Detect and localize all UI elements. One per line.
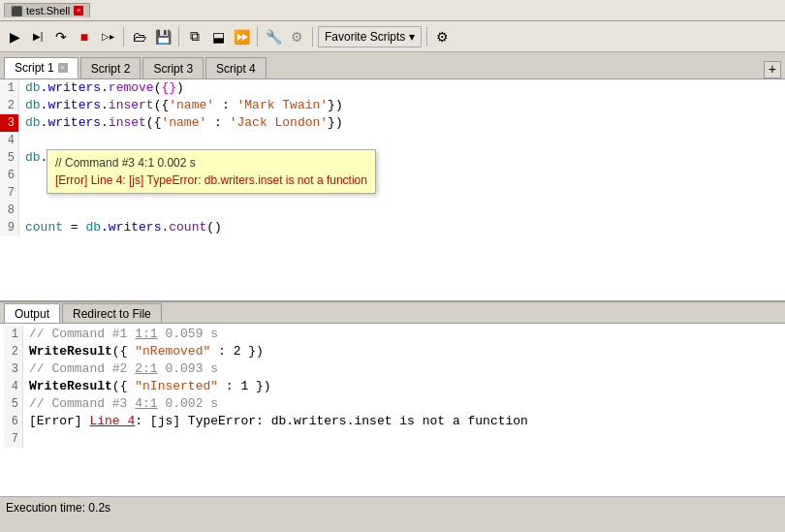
- code-line-1: 1 db.writers.remove({}): [0, 79, 785, 97]
- title-tab[interactable]: ⬛ test.Shell ×: [4, 3, 90, 17]
- toolbar-sep-3: [257, 27, 258, 47]
- script-tab-1-close[interactable]: ×: [58, 63, 68, 73]
- code-line-9: 9 count = db.writers.count(): [0, 219, 785, 236]
- line-num-2: 2: [0, 97, 19, 114]
- script-tab-2-label: Script 2: [91, 62, 131, 76]
- paste-btn[interactable]: ⬓: [207, 26, 229, 47]
- code-content-3: db.writers.inset({'name' : 'Jack London'…: [25, 114, 343, 132]
- output-content: 1 // Command #1 1:1 0.059 s 2 WriteResul…: [0, 324, 785, 496]
- status-text: Execution time: 0.2s: [6, 501, 110, 515]
- out-line-num-2: 2: [4, 343, 23, 360]
- run-btn[interactable]: ▶: [4, 26, 25, 47]
- output-tab-redirect[interactable]: Redirect to File: [62, 303, 162, 323]
- code-line-8: 8: [0, 202, 785, 219]
- title-close-btn[interactable]: ×: [74, 6, 83, 16]
- add-tab-btn[interactable]: +: [764, 61, 781, 78]
- stop-btn[interactable]: ■: [74, 26, 95, 47]
- script-tab-3-label: Script 3: [153, 62, 193, 76]
- script-tab-4-label: Script 4: [216, 62, 256, 76]
- step-btn[interactable]: ↷: [50, 26, 72, 47]
- out-line-num-4: 4: [4, 378, 23, 395]
- toolbar-sep-5: [426, 27, 427, 47]
- title-bar: ⬛ test.Shell ×: [0, 0, 785, 21]
- status-bar: Execution time: 0.2s: [0, 496, 785, 517]
- run-all-btn[interactable]: ⏩: [231, 26, 252, 47]
- out-line-num-5: 5: [4, 395, 23, 413]
- run-script-btn[interactable]: ▷▸: [97, 26, 118, 47]
- script-tab-1-label: Script 1: [15, 61, 54, 75]
- line-num-3: 3: [0, 114, 19, 132]
- title-label: test.Shell: [26, 5, 70, 16]
- out-content-5: // Command #3 4:1 0.002 s: [29, 395, 218, 413]
- code-line-4: 4: [0, 132, 785, 149]
- code-content-1: db.writers.remove({}): [25, 79, 184, 97]
- output-panel: Output Redirect to File 1 // Command #1 …: [0, 302, 785, 496]
- out-line-num-1: 1: [4, 326, 23, 343]
- output-line-7: 7: [4, 430, 781, 448]
- output-tabs: Output Redirect to File: [0, 302, 785, 324]
- out-content-6: [Error] Line 4: [js] TypeError: db.write…: [29, 413, 528, 430]
- favorite-scripts-label: Favorite Scripts ▾: [325, 30, 415, 44]
- output-line-2: 2 WriteResult({ "nRemoved" : 2 }): [4, 343, 781, 360]
- tooltip-error: [Error] Line 4: [js] TypeError: db.write…: [55, 172, 367, 189]
- error-tooltip: // Command #3 4:1 0.002 s [Error] Line 4…: [47, 149, 376, 194]
- line-num-6: 6: [0, 167, 19, 184]
- toolbar-sep-1: [123, 27, 124, 47]
- run-current-btn[interactable]: ▶|: [27, 26, 48, 47]
- title-icon: ⬛: [11, 6, 22, 16]
- code-editor: 1 db.writers.remove({}) 2 db.writers.ins…: [0, 79, 785, 300]
- out-line-num-6: 6: [4, 413, 23, 430]
- out-content-1: // Command #1 1:1 0.059 s: [29, 326, 218, 343]
- open-btn[interactable]: 🗁: [129, 26, 150, 47]
- line-num-5: 5: [0, 149, 19, 167]
- toolbar-sep-2: [178, 27, 179, 47]
- script-tab-2[interactable]: Script 2: [80, 57, 141, 78]
- tooltip-title: // Command #3 4:1 0.002 s: [55, 154, 367, 172]
- output-line-5: 5 // Command #3 4:1 0.002 s: [4, 395, 781, 413]
- script-tab-1[interactable]: Script 1 ×: [4, 57, 78, 78]
- output-tab-output[interactable]: Output: [4, 303, 60, 323]
- line-num-1: 1: [0, 79, 19, 97]
- code-content-2: db.writers.insert({'name' : 'Mark Twain'…: [25, 97, 343, 114]
- debug-btn[interactable]: 🔧: [263, 26, 284, 47]
- line-num-7: 7: [0, 184, 19, 202]
- line-num-8: 8: [0, 202, 19, 219]
- toolbar: ▶ ▶| ↷ ■ ▷▸ 🗁 💾 ⧉ ⬓ ⏩ 🔧 ⚙ Favorite Scrip…: [0, 21, 785, 52]
- debug2-btn[interactable]: ⚙: [286, 26, 307, 47]
- out-line-num-3: 3: [4, 360, 23, 378]
- output-line-1: 1 // Command #1 1:1 0.059 s: [4, 326, 781, 343]
- out-line-num-7: 7: [4, 430, 23, 448]
- editor-area[interactable]: 1 db.writers.remove({}) 2 db.writers.ins…: [0, 79, 785, 302]
- code-line-3: 3 db.writers.inset({'name' : 'Jack Londo…: [0, 114, 785, 132]
- out-content-3: // Command #2 2:1 0.093 s: [29, 360, 218, 378]
- line-num-9: 9: [0, 219, 19, 236]
- save-btn[interactable]: 💾: [152, 26, 173, 47]
- line-num-4: 4: [0, 132, 19, 149]
- script-tab-3[interactable]: Script 3: [142, 57, 204, 78]
- code-line-5: 5 db.writers.ir // Command #3 4:1 0.002 …: [0, 149, 785, 167]
- output-line-3: 3 // Command #2 2:1 0.093 s: [4, 360, 781, 378]
- code-content-9: count = db.writers.count(): [25, 219, 222, 236]
- output-line-6: 6 [Error] Line 4: [js] TypeError: db.wri…: [4, 413, 781, 430]
- script-tabs: Script 1 × Script 2 Script 3 Script 4 +: [0, 52, 785, 79]
- out-content-4: WriteResult({ "nInserted" : 1 }): [29, 378, 271, 395]
- toolbar-sep-4: [312, 27, 313, 47]
- favorite-scripts-menu[interactable]: Favorite Scripts ▾: [318, 26, 422, 47]
- output-line-4: 4 WriteResult({ "nInserted" : 1 }): [4, 378, 781, 395]
- code-line-2: 2 db.writers.insert({'name' : 'Mark Twai…: [0, 97, 785, 114]
- output-tab-redirect-label: Redirect to File: [73, 307, 151, 321]
- output-tab-output-label: Output: [15, 307, 49, 321]
- copy-btn[interactable]: ⧉: [184, 26, 205, 47]
- script-tab-4[interactable]: Script 4: [205, 57, 267, 78]
- settings-btn[interactable]: ⚙: [432, 26, 454, 47]
- out-content-2: WriteResult({ "nRemoved" : 2 }): [29, 343, 264, 360]
